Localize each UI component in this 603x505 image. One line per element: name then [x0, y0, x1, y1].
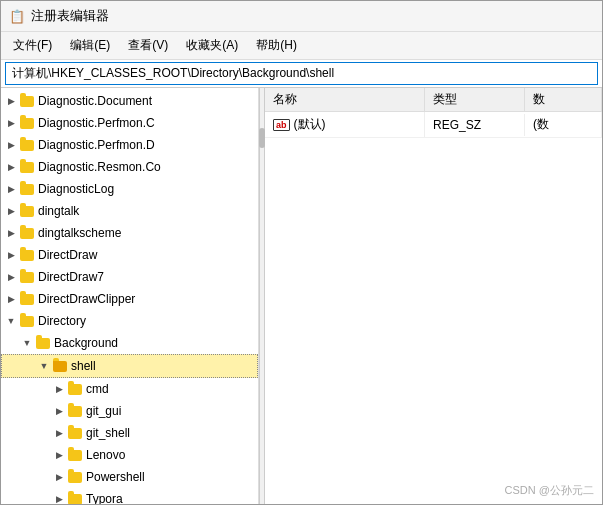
title-bar: 📋 注册表编辑器: [1, 1, 602, 32]
reg-icon: ab (默认): [273, 116, 326, 133]
folder-icon: [19, 226, 35, 240]
folder-icon: [52, 359, 68, 373]
tree-item-directory[interactable]: ▼ Directory: [1, 310, 258, 332]
item-label: cmd: [86, 379, 109, 399]
folder-icon: [67, 382, 83, 396]
expand-btn[interactable]: ▼: [21, 337, 33, 349]
address-bar[interactable]: 计算机\HKEY_CLASSES_ROOT\Directory\Backgrou…: [5, 62, 598, 85]
menu-help[interactable]: 帮助(H): [248, 34, 305, 57]
folder-icon: [67, 470, 83, 484]
menu-view[interactable]: 查看(V): [120, 34, 176, 57]
item-label: Diagnostic.Perfmon.D: [38, 135, 155, 155]
detail-row-default[interactable]: ab (默认) REG_SZ (数: [265, 112, 602, 138]
folder-icon: [19, 160, 35, 174]
detail-cell-name: ab (默认): [265, 112, 425, 137]
expand-btn[interactable]: ▼: [38, 360, 50, 372]
tree-item-git-shell[interactable]: ▶ git_shell: [1, 422, 258, 444]
folder-icon: [67, 448, 83, 462]
folder-icon: [19, 94, 35, 108]
tree-item-powershell[interactable]: ▶ Powershell: [1, 466, 258, 488]
tree-item-diagnostic-perfmon-c[interactable]: ▶ Diagnostic.Perfmon.C: [1, 112, 258, 134]
tree-item-lenovo[interactable]: ▶ Lenovo: [1, 444, 258, 466]
tree-item-cmd[interactable]: ▶ cmd: [1, 378, 258, 400]
item-label: Diagnostic.Perfmon.C: [38, 113, 155, 133]
col-header-data: 数: [525, 88, 602, 111]
expand-btn[interactable]: ▶: [5, 183, 17, 195]
default-name: (默认): [294, 116, 326, 133]
item-label: shell: [71, 356, 96, 376]
expand-btn[interactable]: ▶: [5, 271, 17, 283]
item-label: Typora: [86, 489, 123, 504]
tree-item-shell[interactable]: ▼ shell: [1, 354, 258, 378]
detail-cell-data: (数: [525, 112, 602, 137]
item-label: Directory: [38, 311, 86, 331]
expand-btn[interactable]: ▶: [53, 449, 65, 461]
expand-btn[interactable]: ▶: [5, 205, 17, 217]
item-label: Diagnostic.Resmon.Co: [38, 157, 161, 177]
menu-bar: 文件(F) 编辑(E) 查看(V) 收藏夹(A) 帮助(H): [1, 32, 602, 60]
folder-icon: [19, 204, 35, 218]
tree-item-git-gui[interactable]: ▶ git_gui: [1, 400, 258, 422]
item-label: git_gui: [86, 401, 121, 421]
item-label: DirectDrawClipper: [38, 289, 135, 309]
expand-btn[interactable]: ▶: [53, 427, 65, 439]
item-label: git_shell: [86, 423, 130, 443]
folder-icon: [19, 138, 35, 152]
folder-icon: [67, 492, 83, 504]
tree-item-typora[interactable]: ▶ Typora: [1, 488, 258, 504]
title-icon: 📋: [9, 8, 25, 24]
menu-file[interactable]: 文件(F): [5, 34, 60, 57]
item-label: DirectDraw7: [38, 267, 104, 287]
menu-edit[interactable]: 编辑(E): [62, 34, 118, 57]
tree-item-directdraw7[interactable]: ▶ DirectDraw7: [1, 266, 258, 288]
expand-btn[interactable]: ▶: [53, 383, 65, 395]
expand-btn[interactable]: ▶: [5, 249, 17, 261]
item-label: DiagnosticLog: [38, 179, 114, 199]
expand-btn[interactable]: ▶: [5, 95, 17, 107]
tree-item-diagnostic-resmon[interactable]: ▶ Diagnostic.Resmon.Co: [1, 156, 258, 178]
expand-btn[interactable]: ▶: [53, 471, 65, 483]
watermark: CSDN @公孙元二: [505, 483, 594, 498]
tree-item-background[interactable]: ▼ Background: [1, 332, 258, 354]
tree-item-diagnosticlog[interactable]: ▶ DiagnosticLog: [1, 178, 258, 200]
detail-header: 名称 类型 数: [265, 88, 602, 112]
folder-icon: [19, 292, 35, 306]
tree-item-dingtalk[interactable]: ▶ dingtalk: [1, 200, 258, 222]
expand-btn[interactable]: ▶: [53, 405, 65, 417]
menu-favorites[interactable]: 收藏夹(A): [178, 34, 246, 57]
folder-icon: [19, 116, 35, 130]
tree-pane[interactable]: ▶ Diagnostic.Document ▶ Diagnostic.Perfm…: [1, 88, 259, 504]
item-label: Diagnostic.Document: [38, 91, 152, 111]
tree-item-directdrawclipper[interactable]: ▶ DirectDrawClipper: [1, 288, 258, 310]
tree-item-diagnostic-perfmon-d[interactable]: ▶ Diagnostic.Perfmon.D: [1, 134, 258, 156]
ab-icon: ab: [273, 119, 290, 131]
item-label: DirectDraw: [38, 245, 97, 265]
item-label: dingtalk: [38, 201, 79, 221]
item-label: dingtalkscheme: [38, 223, 121, 243]
expand-btn[interactable]: ▶: [53, 493, 65, 504]
expand-btn[interactable]: ▶: [5, 139, 17, 151]
detail-pane: 名称 类型 数 ab (默认) REG_SZ (数: [265, 88, 602, 504]
folder-icon: [67, 404, 83, 418]
folder-icon: [19, 270, 35, 284]
tree-item-directdraw[interactable]: ▶ DirectDraw: [1, 244, 258, 266]
col-header-type: 类型: [425, 88, 525, 111]
folder-icon: [67, 426, 83, 440]
expand-btn[interactable]: ▶: [5, 161, 17, 173]
expand-btn[interactable]: ▶: [5, 293, 17, 305]
item-label: Powershell: [86, 467, 145, 487]
registry-editor-window: 📋 注册表编辑器 文件(F) 编辑(E) 查看(V) 收藏夹(A) 帮助(H) …: [0, 0, 603, 505]
col-header-name: 名称: [265, 88, 425, 111]
folder-icon: [35, 336, 51, 350]
tree-item-dingtalkscheme[interactable]: ▶ dingtalkscheme: [1, 222, 258, 244]
expand-btn[interactable]: ▶: [5, 227, 17, 239]
folder-icon: [19, 248, 35, 262]
expand-btn[interactable]: ▼: [5, 315, 17, 327]
address-text: 计算机\HKEY_CLASSES_ROOT\Directory\Backgrou…: [12, 65, 334, 82]
detail-cell-type: REG_SZ: [425, 114, 525, 136]
folder-icon: [19, 314, 35, 328]
main-content: ▶ Diagnostic.Document ▶ Diagnostic.Perfm…: [1, 88, 602, 504]
expand-btn[interactable]: ▶: [5, 117, 17, 129]
item-label: Lenovo: [86, 445, 125, 465]
tree-item-diagnostic-doc[interactable]: ▶ Diagnostic.Document: [1, 90, 258, 112]
